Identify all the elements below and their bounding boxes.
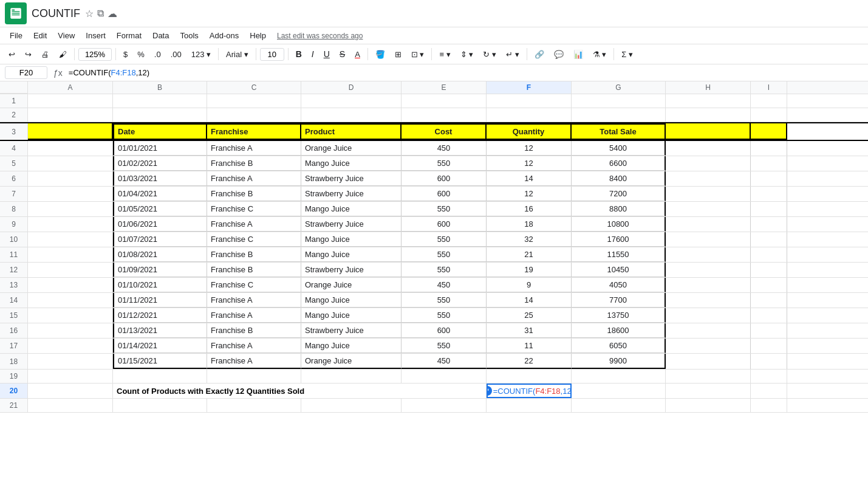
currency-button[interactable]: $: [120, 47, 131, 61]
cell-a15[interactable]: [28, 308, 113, 323]
cell-e9-cost[interactable]: 600: [402, 217, 487, 232]
cell-c5-franchise[interactable]: Franchise B: [207, 156, 301, 171]
doc-title[interactable]: COUNTIF: [32, 7, 80, 20]
cell-e7-cost[interactable]: 600: [402, 187, 487, 201]
cell-i8[interactable]: [751, 202, 787, 216]
cell-g5-totalsale[interactable]: 6600: [572, 156, 666, 171]
cell-h10[interactable]: [666, 232, 751, 247]
cell-a9[interactable]: [28, 217, 113, 232]
cell-h21[interactable]: [666, 399, 751, 412]
cell-g17-totalsale[interactable]: 6050: [572, 339, 666, 353]
valign-button[interactable]: ⇕ ▾: [457, 47, 477, 61]
paint-format-button[interactable]: 🖌: [55, 47, 70, 61]
cell-g3-totalsale[interactable]: Total Sale: [572, 123, 666, 140]
row-num-18[interactable]: 18: [0, 354, 28, 369]
cell-b2[interactable]: [113, 108, 207, 122]
cell-e4-cost[interactable]: 450: [402, 141, 487, 156]
cell-f15-quantity[interactable]: 25: [487, 308, 572, 323]
cell-f20-formula[interactable]: ? =COUNTIF(F4:F18,12)|: [487, 384, 572, 398]
menu-addons[interactable]: Add-ons: [205, 29, 244, 43]
cell-h19[interactable]: [666, 370, 751, 383]
row-num-15[interactable]: 15: [0, 308, 28, 323]
cell-b5-date[interactable]: 01/02/2021: [113, 156, 207, 171]
cell-e21[interactable]: [402, 399, 487, 412]
cell-a6[interactable]: [28, 171, 113, 186]
fill-color-button[interactable]: 🪣: [372, 47, 389, 61]
cell-d4-product[interactable]: Orange Juice: [301, 141, 402, 156]
cell-i1[interactable]: [751, 94, 787, 108]
cell-d19[interactable]: [301, 370, 402, 383]
cell-d7-product[interactable]: Strawberry Juice: [301, 187, 402, 201]
row-num-1[interactable]: 1: [0, 94, 28, 108]
cell-a21[interactable]: [28, 399, 113, 412]
row-num-12[interactable]: 12: [0, 263, 28, 277]
cell-h5[interactable]: [666, 156, 751, 171]
col-header-b[interactable]: B: [113, 81, 207, 94]
col-header-g[interactable]: G: [572, 81, 666, 94]
menu-help[interactable]: Help: [245, 29, 271, 43]
cell-a17[interactable]: [28, 339, 113, 353]
redo-button[interactable]: ↪: [21, 47, 35, 61]
cell-i18[interactable]: [751, 354, 787, 369]
cell-c14-franchise[interactable]: Franchise A: [207, 293, 301, 308]
cell-b10-date[interactable]: 01/07/2021: [113, 232, 207, 247]
row-num-19[interactable]: 19: [0, 370, 28, 383]
cell-b17-date[interactable]: 01/14/2021: [113, 339, 207, 353]
cell-e14-cost[interactable]: 550: [402, 293, 487, 308]
cell-c17-franchise[interactable]: Franchise A: [207, 339, 301, 353]
cell-f10-quantity[interactable]: 32: [487, 232, 572, 247]
cell-e1[interactable]: [402, 94, 487, 108]
cell-i17[interactable]: [751, 339, 787, 353]
cell-g16-totalsale[interactable]: 18600: [572, 323, 666, 338]
cell-i10[interactable]: [751, 232, 787, 247]
row-num-14[interactable]: 14: [0, 293, 28, 308]
row-num-3[interactable]: 3: [0, 123, 28, 140]
cell-d13-product[interactable]: Orange Juice: [301, 278, 402, 292]
cloud-icon[interactable]: ☁: [108, 8, 117, 19]
cell-a19[interactable]: [28, 370, 113, 383]
bold-button[interactable]: B: [292, 47, 306, 61]
cell-d8-product[interactable]: Mango Juice: [301, 202, 402, 216]
underline-button[interactable]: U: [320, 47, 333, 61]
cell-f11-quantity[interactable]: 21: [487, 247, 572, 262]
cell-g19[interactable]: [572, 370, 666, 383]
cell-c1[interactable]: [207, 94, 301, 108]
cell-c19[interactable]: [207, 370, 301, 383]
cell-e16-cost[interactable]: 600: [402, 323, 487, 338]
cell-h13[interactable]: [666, 278, 751, 292]
col-header-c[interactable]: C: [207, 81, 301, 94]
align-button[interactable]: ≡ ▾: [436, 47, 454, 61]
cell-g4-totalsale[interactable]: 5400: [572, 141, 666, 156]
cell-e19[interactable]: [402, 370, 487, 383]
print-button[interactable]: 🖨: [38, 47, 53, 61]
col-header-e[interactable]: E: [402, 81, 487, 94]
cell-h14[interactable]: [666, 293, 751, 308]
cell-f1[interactable]: [487, 94, 572, 108]
cell-d14-product[interactable]: Mango Juice: [301, 293, 402, 308]
strikethrough-button[interactable]: S: [336, 47, 349, 61]
cell-c12-franchise[interactable]: Franchise B: [207, 263, 301, 277]
borders-button[interactable]: ⊞: [391, 47, 405, 61]
percent-button[interactable]: %: [134, 47, 148, 61]
cell-h3[interactable]: [666, 123, 751, 140]
copy-icon[interactable]: ⧉: [97, 8, 104, 19]
cell-e12-cost[interactable]: 550: [402, 263, 487, 277]
cell-h18[interactable]: [666, 354, 751, 369]
cell-d16-product[interactable]: Strawberry Juice: [301, 323, 402, 338]
cell-a14[interactable]: [28, 293, 113, 308]
col-header-a[interactable]: A: [28, 81, 113, 94]
cell-f5-quantity[interactable]: 12: [487, 156, 572, 171]
cell-d15-product[interactable]: Mango Juice: [301, 308, 402, 323]
cell-d12-product[interactable]: Strawberry Juice: [301, 263, 402, 277]
row-num-21[interactable]: 21: [0, 399, 28, 412]
cell-g10-totalsale[interactable]: 17600: [572, 232, 666, 247]
cell-g20[interactable]: [572, 384, 666, 398]
cell-b1[interactable]: [113, 94, 207, 108]
cell-e13-cost[interactable]: 450: [402, 278, 487, 292]
cell-c3-franchise[interactable]: Franchise: [207, 123, 301, 140]
row-num-7[interactable]: 7: [0, 187, 28, 201]
comment-button[interactable]: 💬: [550, 47, 567, 61]
row-num-20[interactable]: 20: [0, 384, 28, 398]
cell-e8-cost[interactable]: 550: [402, 202, 487, 216]
cell-d5-product[interactable]: Mango Juice: [301, 156, 402, 171]
